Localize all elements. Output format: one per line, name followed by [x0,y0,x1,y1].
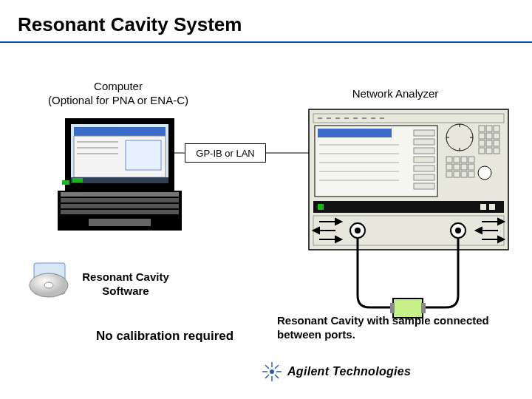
svg-line-106 [275,365,279,369]
brand-text: Agilent Technologies [287,365,411,378]
svg-line-107 [265,375,269,378]
svg-line-105 [275,375,279,378]
cd-icon [0,0,532,399]
svg-point-99 [270,369,274,374]
spark-icon [262,362,282,381]
svg-line-104 [265,365,269,369]
connection-label: GP-IB or LAN [185,143,266,163]
brand-logo: Agilent Technologies [262,362,411,381]
svg-point-97 [44,282,53,288]
